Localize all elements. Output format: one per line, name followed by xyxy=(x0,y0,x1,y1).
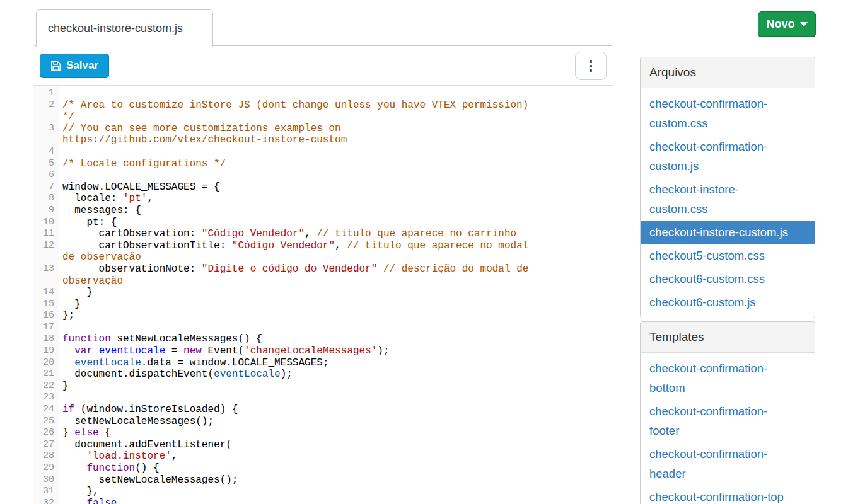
code-line[interactable]: function() { xyxy=(59,462,613,474)
line-number: 11 xyxy=(33,228,59,240)
code-line[interactable]: } xyxy=(59,381,613,392)
code-line[interactable]: cartObservationTitle: "Código Vendedor",… xyxy=(59,240,613,263)
code-row: 28 'load.instore', xyxy=(33,450,613,462)
code-line[interactable]: setNewLocaleMessages(); xyxy=(59,416,613,428)
line-number: 10 xyxy=(33,217,59,229)
line-number: 5 xyxy=(33,158,59,170)
code-line[interactable]: /* Locale configurations */ xyxy=(59,158,613,170)
save-button-label: Salvar xyxy=(66,59,98,72)
code-line[interactable]: eventLocale.data = window.LOCALE_MESSAGE… xyxy=(59,357,613,369)
code-line[interactable]: pt: { xyxy=(59,217,613,229)
template-link[interactable]: checkout-confirmation- footer xyxy=(641,399,815,442)
code-line[interactable]: window.LOCALE_MESSAGES = { xyxy=(59,181,613,193)
code-row: 9 messages: { xyxy=(33,205,613,217)
code-line[interactable]: } else { xyxy=(59,427,613,439)
code-line[interactable]: } xyxy=(59,299,613,311)
code-line[interactable]: cartObservation: "Código Vendedor", // t… xyxy=(59,228,613,240)
code-row: 15 } xyxy=(33,299,613,311)
editor-menu-button[interactable] xyxy=(575,52,607,80)
code-row: 21 document.dispatchEvent(eventLocale); xyxy=(33,369,613,381)
code-row: 4 xyxy=(33,146,613,158)
file-link[interactable]: checkout6-custom.css xyxy=(641,267,815,290)
code-line[interactable]: /* Area to customize inStore JS (dont ch… xyxy=(59,100,613,123)
code-line[interactable]: }, xyxy=(59,486,613,498)
line-number: 9 xyxy=(33,205,59,217)
code-row: 27 document.addEventListener( xyxy=(33,439,613,451)
code-line[interactable]: if (window.inStoreIsLoaded) { xyxy=(59,404,613,416)
code-line[interactable]: }; xyxy=(59,310,613,322)
file-link[interactable]: checkout-confirmation- custom.css xyxy=(641,92,815,135)
line-number: 4 xyxy=(33,146,59,158)
code-row: 7window.LOCALE_MESSAGES = { xyxy=(33,181,613,193)
code-row: 26} else { xyxy=(33,427,613,439)
template-link[interactable]: checkout-confirmation- header xyxy=(641,442,815,485)
line-number: 2 xyxy=(33,100,59,123)
code-row: 19 var eventLocale = new Event('changeLo… xyxy=(33,345,613,357)
code-row: 18function setNewLocaleMessages() { xyxy=(33,333,613,345)
line-number: 29 xyxy=(33,462,59,474)
template-link[interactable]: checkout-confirmation-top xyxy=(641,485,815,504)
file-link-selected[interactable]: checkout-instore-custom.js xyxy=(641,220,815,244)
line-number: 16 xyxy=(33,310,59,322)
code-line[interactable] xyxy=(59,322,613,334)
code-line[interactable] xyxy=(59,88,613,100)
code-row: 10 pt: { xyxy=(33,217,613,229)
code-line[interactable]: document.addEventListener( xyxy=(59,439,613,451)
line-number: 26 xyxy=(33,427,59,439)
line-number: 8 xyxy=(33,193,59,205)
save-button[interactable]: Salvar xyxy=(40,54,109,77)
template-link[interactable]: checkout-confirmation- bottom xyxy=(641,357,815,399)
code-line[interactable]: setNewLocaleMessages(); xyxy=(59,474,613,486)
templates-list: checkout-confirmation- bottomcheckout-co… xyxy=(641,353,815,504)
file-link[interactable]: checkout5-custom.css xyxy=(641,244,815,267)
code-editor[interactable]: 12/* Area to customize inStore JS (dont … xyxy=(33,86,613,504)
file-link[interactable]: checkout-instore- custom.css xyxy=(641,178,815,220)
line-number: 19 xyxy=(33,345,59,357)
code-row: 24if (window.inStoreIsLoaded) { xyxy=(33,404,613,416)
code-line[interactable]: document.dispatchEvent(eventLocale); xyxy=(59,369,613,381)
line-number: 18 xyxy=(33,333,59,345)
code-line[interactable] xyxy=(59,146,613,158)
code-line[interactable]: } xyxy=(59,287,613,299)
line-number: 21 xyxy=(33,369,59,381)
code-row: 17 xyxy=(33,322,613,334)
line-number: 3 xyxy=(33,123,59,146)
files-list: checkout-confirmation- custom.csscheckou… xyxy=(641,88,815,318)
new-file-button-label: Novo xyxy=(767,18,795,31)
code-line[interactable] xyxy=(59,392,613,404)
code-line[interactable]: // You can see more customizations examp… xyxy=(59,123,613,146)
code-line[interactable]: 'load.instore', xyxy=(59,450,613,462)
code-line[interactable]: var eventLocale = new Event('changeLocal… xyxy=(59,345,613,357)
code-row: 2/* Area to customize inStore JS (dont c… xyxy=(33,100,613,123)
code-line[interactable] xyxy=(59,169,613,181)
line-number: 1 xyxy=(33,88,59,100)
line-number: 30 xyxy=(33,474,59,486)
code-line[interactable]: locale: 'pt', xyxy=(59,193,613,205)
file-link[interactable]: checkout6-custom.js xyxy=(641,290,815,314)
floppy-disk-icon xyxy=(50,60,61,71)
line-number: 28 xyxy=(33,450,59,462)
code-line[interactable]: observationNote: "Digite o código do Ven… xyxy=(59,263,613,287)
line-number: 7 xyxy=(33,181,59,193)
code-row: 12 cartObservationTitle: "Código Vendedo… xyxy=(33,240,613,263)
code-row: 8 locale: 'pt', xyxy=(33,193,613,205)
editor-panel: Salvar 12/* Area to customize inStore JS… xyxy=(33,45,613,504)
code-row: 5/* Locale configurations */ xyxy=(33,158,613,170)
files-panel-title: Arquivos xyxy=(641,57,815,88)
code-line[interactable]: function setNewLocaleMessages() { xyxy=(59,333,613,345)
code-line[interactable]: false xyxy=(59,498,613,504)
line-number: 23 xyxy=(33,392,59,404)
editor-tab[interactable]: checkout-instore-custom.js xyxy=(36,9,213,47)
code-line[interactable]: messages: { xyxy=(59,205,613,217)
caret-down-icon xyxy=(800,22,808,26)
code-row: 3// You can see more customizations exam… xyxy=(33,123,613,146)
line-number: 32 xyxy=(33,498,59,504)
file-link[interactable]: checkout-confirmation- custom.js xyxy=(641,135,815,178)
line-number: 25 xyxy=(33,416,59,428)
line-number: 6 xyxy=(33,169,59,181)
code-row: 30 setNewLocaleMessages(); xyxy=(33,474,613,486)
line-number: 24 xyxy=(33,404,59,416)
line-number: 17 xyxy=(33,322,59,334)
editor-toolbar: Salvar xyxy=(33,46,613,86)
new-file-button[interactable]: Novo xyxy=(758,11,816,37)
